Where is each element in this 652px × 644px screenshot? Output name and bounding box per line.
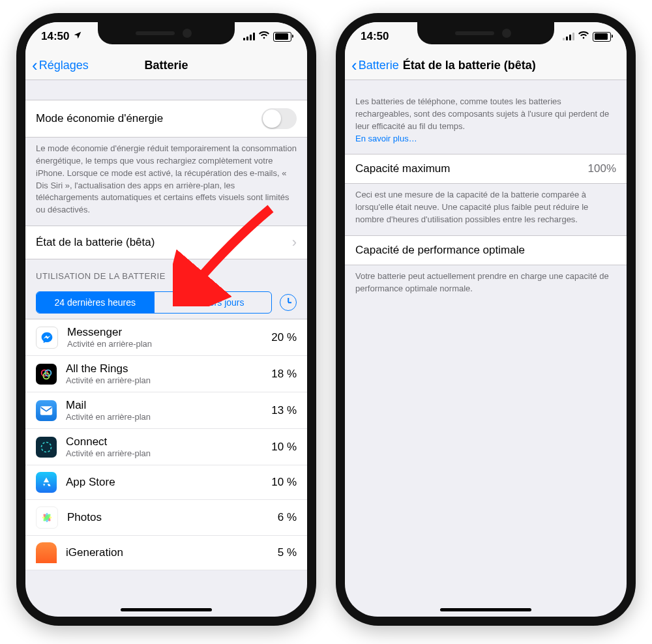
app-percentage: 10 % xyxy=(271,441,297,454)
app-usage-row[interactable]: MailActivité en arrière-plan13 % xyxy=(25,392,307,429)
back-button[interactable]: ‹ Batterie xyxy=(345,57,399,74)
app-subtitle: Activité en arrière-plan xyxy=(67,339,271,349)
status-time: 14:50 xyxy=(361,30,389,43)
app-percentage: 20 % xyxy=(271,331,297,344)
app-subtitle: Activité en arrière-plan xyxy=(66,412,271,422)
clock-icon[interactable] xyxy=(280,294,297,311)
signal-icon xyxy=(243,33,255,40)
back-button[interactable]: ‹ Réglages xyxy=(25,57,89,74)
low-power-mode-cell[interactable]: Mode économie d'énergie xyxy=(25,100,307,138)
app-name: Photos xyxy=(67,511,278,524)
app-percentage: 5 % xyxy=(278,546,297,559)
screen: 14:50 ‹ Réglages Bat xyxy=(25,22,307,617)
app-icon xyxy=(36,542,57,563)
wifi-icon xyxy=(258,30,270,43)
phone-mockup-battery-health: 14:50 ‹ Batterie État de la batterie (bê… xyxy=(336,13,636,626)
max-capacity-description: Ceci est une mesure de la capacité de la… xyxy=(345,184,627,235)
nav-bar: ‹ Batterie État de la batterie (bêta) xyxy=(345,51,627,80)
app-icon xyxy=(36,400,57,421)
segment-24h[interactable]: 24 dernières heures xyxy=(37,292,154,313)
app-name: All the Rings xyxy=(66,362,271,375)
app-icon xyxy=(36,437,57,458)
battery-health-cell[interactable]: État de la batterie (bêta) › xyxy=(25,226,307,259)
battery-intro-text: Les batteries de téléphone, comme toutes… xyxy=(355,96,609,131)
nav-bar: ‹ Réglages Batterie xyxy=(25,51,307,80)
app-usage-row[interactable]: MessengerActivité en arrière-plan20 % xyxy=(25,319,307,356)
segment-7d[interactable]: 7 derniers jours xyxy=(154,292,272,313)
app-icon xyxy=(36,506,58,529)
app-usage-row[interactable]: iGeneration5 % xyxy=(25,536,307,570)
app-icon xyxy=(36,327,58,349)
app-usage-row[interactable]: App Store10 % xyxy=(25,465,307,500)
notch xyxy=(417,22,554,44)
app-percentage: 13 % xyxy=(271,404,297,417)
app-subtitle: Activité en arrière-plan xyxy=(66,448,271,458)
app-percentage: 10 % xyxy=(271,476,297,489)
app-usage-row[interactable]: Photos6 % xyxy=(25,500,307,536)
app-name: Connect xyxy=(66,435,271,448)
app-subtitle: Activité en arrière-plan xyxy=(66,375,271,385)
battery-health-label: État de la batterie (bêta) xyxy=(36,236,155,249)
app-name: App Store xyxy=(66,476,271,489)
max-capacity-label: Capacité maximum xyxy=(355,162,451,175)
app-usage-row[interactable]: ConnectActivité en arrière-plan10 % xyxy=(25,429,307,465)
content[interactable]: Mode économie d'énergie Le mode économie… xyxy=(25,80,307,617)
app-percentage: 18 % xyxy=(271,368,297,381)
app-name: Messenger xyxy=(67,326,271,339)
home-indicator[interactable] xyxy=(440,608,531,611)
low-power-toggle[interactable] xyxy=(261,108,297,129)
app-percentage: 6 % xyxy=(278,511,297,524)
app-name: Mail xyxy=(66,399,271,412)
signal-icon xyxy=(563,33,574,40)
app-usage-list: MessengerActivité en arrière-plan20 %All… xyxy=(25,319,307,570)
max-capacity-value: 100% xyxy=(588,162,616,175)
low-power-label: Mode économie d'énergie xyxy=(36,112,163,125)
peak-performance-label: Capacité de performance optimale xyxy=(355,244,525,257)
usage-header: UTILISATION DE LA BATTERIE xyxy=(25,259,307,286)
peak-performance-description: Votre batterie peut actuellement prendre… xyxy=(345,265,627,304)
phone-mockup-battery: 14:50 ‹ Réglages Bat xyxy=(16,13,316,626)
learn-more-link[interactable]: En savoir plus… xyxy=(355,134,417,143)
notch xyxy=(98,22,235,44)
usage-range-segmented[interactable]: 24 dernières heures 7 derniers jours xyxy=(36,291,272,314)
content[interactable]: Les batteries de téléphone, comme toutes… xyxy=(345,80,627,617)
app-name: iGeneration xyxy=(66,546,278,559)
app-usage-row[interactable]: All the RingsActivité en arrière-plan18 … xyxy=(25,356,307,392)
battery-intro: Les batteries de téléphone, comme toutes… xyxy=(345,80,627,154)
back-label: Réglages xyxy=(39,59,89,72)
chevron-left-icon: ‹ xyxy=(351,57,357,74)
location-icon xyxy=(73,30,82,43)
app-icon xyxy=(36,364,57,385)
svg-point-4 xyxy=(42,442,52,452)
back-label: Batterie xyxy=(359,59,399,72)
battery-icon xyxy=(593,32,611,42)
screen: 14:50 ‹ Batterie État de la batterie (bê… xyxy=(345,22,627,617)
status-time: 14:50 xyxy=(41,30,69,43)
wifi-icon xyxy=(578,30,589,43)
app-icon xyxy=(36,472,57,493)
max-capacity-cell: Capacité maximum 100% xyxy=(345,154,627,184)
battery-icon xyxy=(273,32,291,42)
low-power-description: Le mode économie d'énergie réduit tempor… xyxy=(25,138,307,226)
page-title: État de la batterie (bêta) xyxy=(403,59,536,72)
chevron-left-icon: ‹ xyxy=(32,57,38,74)
peak-performance-cell: Capacité de performance optimale xyxy=(345,235,627,265)
home-indicator[interactable] xyxy=(121,608,212,611)
chevron-right-icon: › xyxy=(292,234,297,251)
